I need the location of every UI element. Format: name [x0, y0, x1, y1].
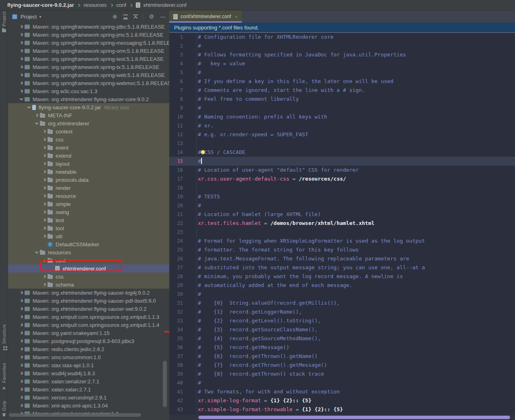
chevron-right-icon[interactable] — [18, 308, 25, 310]
chevron-right-icon[interactable] — [41, 138, 48, 141]
tree-item-maven-sms-smscommon-1-0[interactable]: Maven: sms:smscommon:1.0 — [8, 353, 169, 361]
chevron-right-icon[interactable] — [18, 316, 25, 318]
tree-item-maven-org-yaml-snakeyaml-1-15[interactable]: Maven: org.yaml:snakeyaml:1.15 — [8, 329, 169, 337]
chevron-right-icon[interactable] — [18, 50, 25, 52]
tree-item-protocols-data[interactable]: protocols.data — [8, 176, 169, 184]
tree-item-maven-org-xhtmlrenderer-flying-saucer-co[interactable]: Maven: org.xhtmlrenderer:flying-saucer-c… — [8, 95, 169, 103]
chevron-right-icon[interactable] — [41, 187, 48, 189]
close-tab-icon[interactable]: × — [235, 14, 238, 20]
chevron-right-icon[interactable] — [18, 388, 25, 391]
chevron-right-icon[interactable] — [18, 42, 25, 44]
tree-item-maven-org-xmlpull-com-springsource-org-x[interactable]: Maven: org.xmlpull:com.springsource.org.… — [8, 321, 169, 329]
tree-item-maven-org-springframework-spring-jdbc-5-[interactable]: Maven: org.springframework:spring-jdbc:5… — [8, 23, 169, 31]
tree-item-maven-org-springframework-spring-jms-5-1[interactable]: Maven: org.springframework:spring-jms:5.… — [8, 31, 169, 39]
chevron-right-icon[interactable] — [18, 299, 25, 302]
chevron-right-icon[interactable] — [41, 146, 48, 149]
tree-item-maven-xalan-xalan-2-7-1[interactable]: Maven: xalan:xalan:2.7.1 — [8, 385, 169, 393]
chevron-down-icon[interactable] — [33, 252, 40, 253]
tree-item-maven-xerces-xercesimpl-2-9-1[interactable]: Maven: xerces:xercesImpl:2.9.1 — [8, 393, 169, 401]
tree-item-newtable[interactable]: newtable — [8, 168, 169, 176]
tree-item-css[interactable]: css — [8, 135, 169, 143]
chevron-right-icon[interactable] — [41, 275, 48, 278]
tree-item-resources[interactable]: resources — [8, 248, 169, 256]
tree-item-event[interactable]: event — [8, 143, 169, 152]
chevron-right-icon[interactable] — [18, 372, 25, 374]
tree-item-maven-org-xmlpull-com-springsource-org-x[interactable]: Maven: org.xmlpull:com.springsource.org.… — [8, 313, 169, 321]
project-vertical-scrollbar[interactable] — [163, 361, 167, 407]
breadcrumb-item[interactable]: xhtmlrenderer.conf — [143, 2, 187, 8]
tree-item-org-xhtmlrenderer[interactable]: org.xhtmlrenderer — [8, 119, 169, 127]
tree-item-test[interactable]: test — [8, 216, 169, 224]
toolstrip-tab-project[interactable]: Project — [0, 11, 8, 32]
tree-item-maven-org-springframework-spring-webmvc-[interactable]: Maven: org.springframework:spring-webmvc… — [8, 79, 169, 87]
chevron-right-icon[interactable] — [41, 235, 48, 237]
breadcrumb-item[interactable]: conf — [116, 2, 127, 8]
tree-item-maven-org-springframework-spring-tx-5-1-[interactable]: Maven: org.springframework:spring-tx:5.1… — [8, 63, 169, 71]
chevron-right-icon[interactable] — [18, 404, 25, 407]
chevron-right-icon[interactable] — [41, 219, 48, 221]
chevron-right-icon[interactable] — [41, 211, 48, 213]
chevron-right-icon[interactable] — [33, 114, 40, 116]
tree-item-maven-org-w3c-css-sac-1-3[interactable]: Maven: org.w3c.css:sac:1.3 — [8, 87, 169, 95]
chevron-down-icon[interactable] — [18, 99, 25, 100]
tree-item-swing[interactable]: swing — [8, 208, 169, 216]
tree-item-maven-org-springframework-spring-web-5-1[interactable]: Maven: org.springframework:spring-web:5.… — [8, 71, 169, 79]
chevron-right-icon[interactable] — [18, 33, 25, 36]
tree-item-schema[interactable]: schema — [8, 281, 169, 289]
chevron-right-icon[interactable] — [41, 154, 48, 157]
toolstrip-tab-structure[interactable]: Structure — [0, 324, 8, 350]
chevron-right-icon[interactable] — [18, 25, 25, 28]
expand-collapse-icon[interactable] — [123, 14, 128, 19]
chevron-right-icon[interactable] — [41, 162, 48, 165]
hide-panel-icon[interactable] — [160, 13, 166, 20]
chevron-right-icon[interactable] — [18, 66, 25, 68]
tree-item-maven-xml-apis-xml-apis-1-3-04[interactable]: Maven: xml-apis:xml-apis:1.3.04 — [8, 401, 169, 410]
tree-item-layout[interactable]: layout — [8, 160, 169, 168]
tree-item-maven-org-xhtmlrenderer-flying-saucer-sw[interactable]: Maven: org.xhtmlrenderer:flying-saucer-s… — [8, 305, 169, 313]
tree-item-flying-saucer-core-9-0-2-jar[interactable]: flying-saucer-core-9.0.2.jarlibrary root — [8, 103, 169, 111]
chevron-right-icon[interactable] — [18, 348, 25, 350]
editor-tab-conf-xhtmlrenderer[interactable]: conf/xhtmlrenderer.conf × — [169, 10, 242, 23]
tree-item-util[interactable]: util — [8, 232, 169, 240]
chevron-right-icon[interactable] — [41, 283, 48, 286]
tree-item-context[interactable]: context — [8, 127, 169, 135]
chevron-down-icon[interactable] — [26, 107, 32, 108]
tree-item-extend[interactable]: extend — [8, 152, 169, 160]
tree-item-tool[interactable]: tool — [8, 224, 169, 232]
chevron-right-icon[interactable] — [18, 356, 25, 358]
tree-item-maven-redis-clients-jedis-2-6-2[interactable]: Maven: redis.clients:jedis:2.6.2 — [8, 345, 169, 353]
tree-item-maven-wsdl4j-wsdl4j-1-6-3[interactable]: Maven: wsdl4j:wsdl4j:1.6.3 — [8, 369, 169, 377]
settings-gear-icon[interactable] — [148, 13, 155, 20]
toolstrip-tab-favorites[interactable]: Favorites ★ — [0, 363, 8, 391]
chevron-right-icon[interactable] — [18, 74, 25, 76]
tree-item-meta-inf[interactable]: META-INF — [8, 111, 169, 119]
tree-item-resource[interactable]: resource — [8, 192, 169, 200]
collapse-all-icon[interactable] — [133, 14, 138, 19]
plugin-notification-banner[interactable]: Plugins supporting *.conf files found. — [169, 23, 515, 33]
code-editor[interactable]: 1# Configuration file for XHTMLRenderer … — [169, 33, 515, 420]
chevron-right-icon[interactable] — [18, 332, 25, 334]
chevron-down-icon[interactable]: ▾ — [39, 15, 41, 19]
chevron-right-icon[interactable] — [18, 340, 25, 342]
chevron-right-icon[interactable] — [41, 203, 48, 205]
tree-item-maven-xalan-serializer-2-7-1[interactable]: Maven: xalan:serializer:2.7.1 — [8, 377, 169, 385]
chevron-right-icon[interactable] — [18, 291, 25, 294]
tree-item-defaultcssmarker[interactable]: DefaultCSSMarker — [8, 240, 169, 248]
chevron-right-icon[interactable] — [18, 58, 25, 60]
chevron-right-icon[interactable] — [18, 396, 25, 399]
tree-item-maven-stax-stax-api-1-0-1[interactable]: Maven: stax:stax-api:1.0.1 — [8, 361, 169, 369]
tree-item-maven-org-xhtmlrenderer-flying-saucer-lo[interactable]: Maven: org.xhtmlrenderer:flying-saucer-l… — [8, 289, 169, 297]
chevron-right-icon[interactable] — [41, 170, 48, 173]
tree-item-maven-org-springframework-spring-test-5-[interactable]: Maven: org.springframework:spring-test:5… — [8, 55, 169, 63]
chevron-right-icon[interactable] — [41, 195, 48, 197]
tree-item-render[interactable]: render — [8, 184, 169, 192]
chevron-right-icon[interactable] — [18, 380, 25, 383]
locate-icon[interactable] — [112, 13, 118, 20]
chevron-down-icon[interactable] — [33, 123, 40, 124]
tree-item-maven-org-springframework-spring-messagi[interactable]: Maven: org.springframework:spring-messag… — [8, 39, 169, 47]
chevron-right-icon[interactable] — [18, 324, 25, 326]
project-panel-title[interactable]: Project — [21, 14, 37, 20]
chevron-right-icon[interactable] — [41, 179, 48, 181]
tree-item-maven-org-springframework-spring-orm-5-1[interactable]: Maven: org.springframework:spring-orm:5.… — [8, 47, 169, 55]
project-horizontal-scrollbar[interactable] — [9, 413, 141, 417]
